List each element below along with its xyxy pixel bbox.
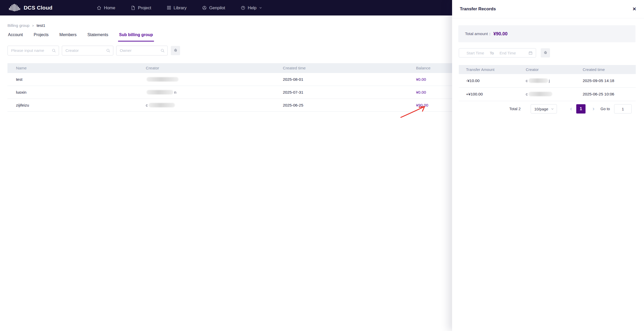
prev-page-button[interactable]: ‹ xyxy=(568,104,574,114)
goto-label: Go to xyxy=(600,104,610,114)
redaction-blob xyxy=(147,77,179,82)
col-name: Name xyxy=(7,66,146,70)
col-transfer-amount: Transfer Amount xyxy=(459,67,526,72)
pagination-total: Total 2 xyxy=(509,104,521,114)
clear-filters-button[interactable] xyxy=(171,46,180,55)
redaction-blob xyxy=(529,92,552,96)
chevron-down-icon xyxy=(551,107,554,111)
total-amount-value: ¥90.00 xyxy=(493,31,507,37)
home-icon xyxy=(97,5,101,10)
col-creator: Creator xyxy=(526,67,583,72)
breadcrumb-current: test1 xyxy=(37,23,45,28)
creator-filter xyxy=(62,46,113,55)
tab-sub-billing-group[interactable]: Sub billing group xyxy=(119,33,153,42)
name-filter-input[interactable] xyxy=(8,46,59,55)
transfer-row[interactable]: +¥100.00 c 2025-06-25 10:06 xyxy=(459,88,636,101)
redaction-blob xyxy=(147,90,173,94)
tab-statements[interactable]: Statements xyxy=(87,33,108,42)
nav-item-library[interactable]: Library xyxy=(167,5,187,10)
owner-filter-input[interactable] xyxy=(116,46,167,55)
start-time-placeholder: Start Time xyxy=(467,51,484,55)
search-icon xyxy=(160,49,165,53)
next-page-button[interactable]: › xyxy=(590,104,597,114)
drawer-filter-row: Start Time To End Time xyxy=(459,48,550,58)
search-icon xyxy=(52,49,56,53)
page-size-select[interactable]: 10/page xyxy=(531,104,557,114)
col-creator: Creator xyxy=(146,66,283,70)
col-created-time: Created time xyxy=(283,66,415,70)
tab-account[interactable]: Account xyxy=(8,33,23,42)
brush-icon xyxy=(543,51,548,55)
tab-bar: Account Projects Members Statements Sub … xyxy=(8,33,153,42)
drawer-header: Transfer Records ✕ xyxy=(452,0,644,18)
total-amount-label: Total amount： xyxy=(465,31,492,37)
col-created-time: Created time xyxy=(583,67,636,72)
drawer-table-header: Transfer Amount Creator Created time xyxy=(459,65,636,74)
date-range-picker[interactable]: Start Time To End Time xyxy=(459,48,536,58)
nav-item-home[interactable]: Home xyxy=(97,5,115,10)
filter-row xyxy=(7,46,180,55)
pagination: Total 2 10/page ‹ 1 › Go to xyxy=(452,104,644,114)
drawer-title: Transfer Records xyxy=(460,6,496,12)
owner-filter xyxy=(116,46,168,55)
breadcrumb-separator: > xyxy=(32,24,34,28)
redaction-blob xyxy=(149,103,175,107)
goto-page-input[interactable] xyxy=(614,104,632,114)
tab-members[interactable]: Members xyxy=(60,33,77,42)
close-icon[interactable]: ✕ xyxy=(632,7,636,11)
tab-projects[interactable]: Projects xyxy=(34,33,49,42)
help-icon xyxy=(241,5,245,10)
brand: DCS Cloud xyxy=(9,4,52,12)
redacted-creator: c xyxy=(146,103,283,108)
redaction-blob xyxy=(529,78,548,83)
redacted-creator: c xyxy=(526,92,583,96)
transfer-records-table: Transfer Amount Creator Created time -¥1… xyxy=(459,65,636,101)
nav-item-project[interactable]: Project xyxy=(131,5,151,10)
redacted-creator: cj xyxy=(526,78,583,83)
breadcrumb-billing-group[interactable]: Billing group xyxy=(7,23,29,28)
brush-icon xyxy=(173,48,178,53)
cloud-logo-icon xyxy=(9,4,20,12)
transfer-row[interactable]: -¥10.00 cj 2025-09-05 14:18 xyxy=(459,74,636,88)
genpilot-icon xyxy=(202,5,207,10)
creator-filter-input[interactable] xyxy=(62,46,113,55)
date-range-to: To xyxy=(490,51,494,55)
breadcrumb: Billing group > test1 xyxy=(7,23,45,28)
clear-date-filter-button[interactable] xyxy=(541,48,550,58)
end-time-placeholder: End Time xyxy=(499,51,516,55)
search-icon xyxy=(106,49,110,53)
nav-item-genpilot[interactable]: Genpilot xyxy=(202,5,225,10)
chevron-down-icon xyxy=(259,6,262,10)
nav-item-help[interactable]: Help xyxy=(241,5,262,10)
redacted-creator: n xyxy=(146,90,283,95)
library-icon xyxy=(167,5,171,10)
redacted-creator xyxy=(146,77,283,82)
nav-menu: Home Project Library xyxy=(97,5,262,10)
brand-name: DCS Cloud xyxy=(24,5,52,11)
project-icon xyxy=(131,5,135,10)
total-amount-box: Total amount： ¥90.00 xyxy=(458,25,635,42)
name-filter xyxy=(7,46,59,55)
calendar-icon xyxy=(528,51,533,55)
page-1-button[interactable]: 1 xyxy=(576,104,586,114)
transfer-records-drawer: Transfer Records ✕ Total amount： ¥90.00 … xyxy=(452,0,644,331)
